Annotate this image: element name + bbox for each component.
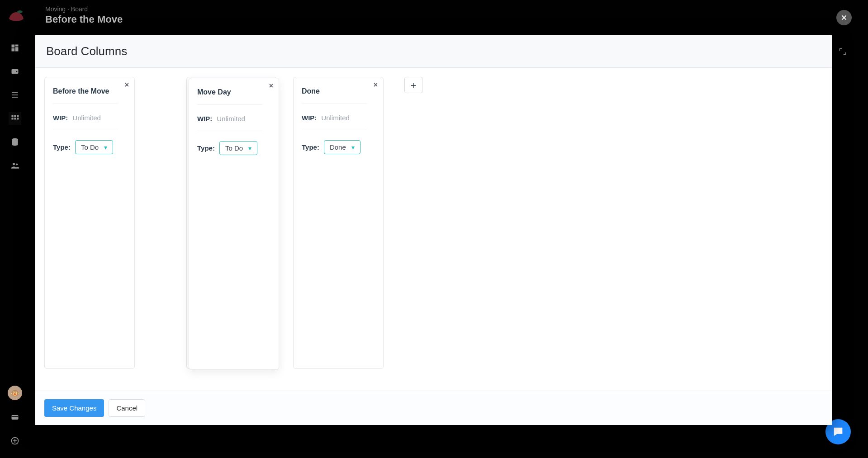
modal-header: Board Columns xyxy=(35,35,832,68)
svg-rect-11 xyxy=(14,115,16,117)
type-label: Type: xyxy=(302,143,319,151)
type-label: Type: xyxy=(53,143,71,151)
nav-wallet-icon[interactable] xyxy=(9,65,21,78)
column-title[interactable]: Before the Move xyxy=(53,87,118,104)
save-button[interactable]: Save Changes xyxy=(44,399,104,417)
nav-database-icon[interactable] xyxy=(9,136,21,148)
svg-rect-2 xyxy=(15,45,19,47)
column-close-icon[interactable]: × xyxy=(125,81,129,89)
expand-icon[interactable] xyxy=(835,44,850,59)
svg-rect-8 xyxy=(12,94,18,95)
svg-point-17 xyxy=(13,163,15,165)
svg-rect-12 xyxy=(17,115,19,117)
svg-point-6 xyxy=(16,71,18,72)
wip-value[interactable]: Unlimited xyxy=(217,115,245,123)
svg-point-18 xyxy=(16,163,18,165)
nav-grid-icon[interactable] xyxy=(9,112,21,125)
chevron-down-icon: ▾ xyxy=(104,144,107,151)
chevron-down-icon: ▾ xyxy=(351,144,355,151)
type-value: To Do xyxy=(81,143,99,151)
column-card[interactable]: × Before the Move WIP: Unlimited Type: T… xyxy=(44,77,135,369)
close-modal-button[interactable] xyxy=(836,10,852,25)
svg-rect-7 xyxy=(12,92,18,93)
breadcrumb: Moving · Board Before the Move xyxy=(45,5,123,25)
type-select[interactable]: Done ▾ xyxy=(324,140,360,154)
modal-footer: Save Changes Cancel xyxy=(35,391,832,425)
svg-rect-4 xyxy=(12,48,15,52)
column-close-icon[interactable]: × xyxy=(269,82,273,90)
wip-value[interactable]: Unlimited xyxy=(321,114,350,122)
svg-rect-9 xyxy=(12,97,18,98)
type-value: Done xyxy=(330,143,346,151)
plus-icon: ＋ xyxy=(409,79,418,91)
nav-users-icon[interactable] xyxy=(9,159,21,172)
cancel-button[interactable]: Cancel xyxy=(109,399,145,417)
board-columns-modal: Board Columns × Before the Move WIP: Unl… xyxy=(35,35,832,425)
nav-list-icon[interactable] xyxy=(9,89,21,101)
nav-dashboard-icon[interactable] xyxy=(9,42,21,54)
column-card[interactable]: × Done WIP: Unlimited Type: Done ▾ xyxy=(293,77,384,369)
column-card-dragging[interactable]: × Move Day WIP: Unlimited Type: To Do ▾ xyxy=(189,78,279,370)
breadcrumb-path: Moving · Board xyxy=(45,5,123,13)
add-column-button[interactable]: ＋ xyxy=(404,77,422,93)
svg-rect-3 xyxy=(15,47,19,51)
svg-rect-20 xyxy=(12,416,19,417)
app-logo xyxy=(6,5,26,25)
nav-add-icon[interactable] xyxy=(9,434,21,447)
page-title: Before the Move xyxy=(45,14,123,25)
svg-point-0 xyxy=(17,10,23,13)
type-label: Type: xyxy=(197,144,215,152)
svg-rect-14 xyxy=(14,118,16,119)
svg-rect-10 xyxy=(12,115,14,117)
app-bar: Moving · Board Before the Move xyxy=(0,0,868,31)
modal-body: × Before the Move WIP: Unlimited Type: T… xyxy=(35,68,832,391)
column-title[interactable]: Done xyxy=(302,87,367,104)
sidebar: 🐵 xyxy=(0,31,30,458)
column-title[interactable]: Move Day xyxy=(197,88,262,105)
svg-rect-19 xyxy=(12,415,19,420)
type-select[interactable]: To Do ▾ xyxy=(219,141,257,155)
type-select[interactable]: To Do ▾ xyxy=(75,140,113,154)
svg-rect-13 xyxy=(12,118,14,119)
svg-rect-1 xyxy=(12,45,15,48)
svg-rect-15 xyxy=(17,118,19,119)
nav-card-icon[interactable] xyxy=(9,411,21,424)
wip-value[interactable]: Unlimited xyxy=(72,114,101,122)
wip-label: WIP: xyxy=(197,115,212,123)
chevron-down-icon: ▾ xyxy=(248,145,251,152)
type-value: To Do xyxy=(225,144,243,152)
user-avatar[interactable]: 🐵 xyxy=(8,386,22,400)
column-close-icon[interactable]: × xyxy=(374,81,378,89)
wip-label: WIP: xyxy=(53,114,68,122)
modal-title: Board Columns xyxy=(46,44,821,58)
wip-label: WIP: xyxy=(302,114,317,122)
